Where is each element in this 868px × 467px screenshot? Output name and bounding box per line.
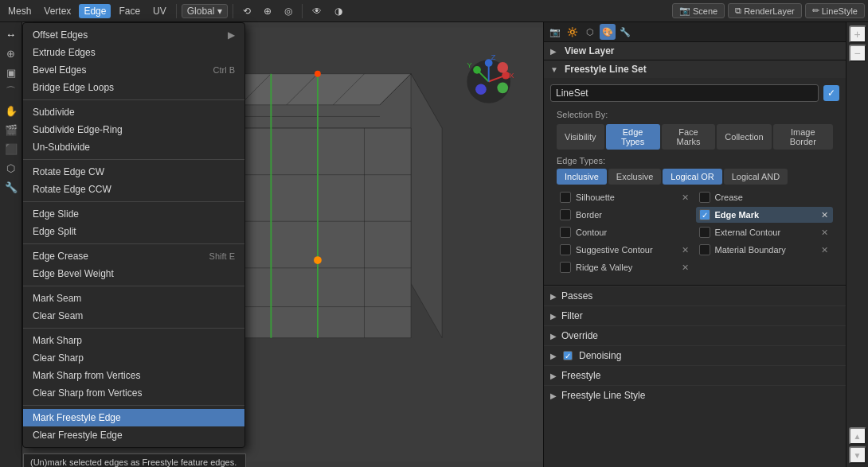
menu-item-bevel-edges[interactable]: Bevel Edges Ctrl B (23, 61, 244, 79)
freestyle-section[interactable]: ▶ Freestyle (544, 365, 846, 385)
tab-uv[interactable]: UV (148, 4, 171, 18)
freestyle-line-style-label: Freestyle Line Style (561, 390, 645, 401)
mode-exclusive[interactable]: Exclusive (608, 169, 661, 185)
ridge-valley-x-btn[interactable]: ✕ (680, 262, 691, 273)
lasso-icon[interactable]: ⌒ (2, 83, 20, 100)
menu-item-mark-sharp-from-vertices[interactable]: Mark Sharp from Vertices (23, 367, 244, 384)
lineset-toggle-btn[interactable]: ✓ (823, 85, 839, 101)
material-boundary-checkbox[interactable] (699, 244, 710, 255)
menu-item-bridge-edge-loops[interactable]: Bridge Edge Loops (23, 79, 244, 96)
menu-item-edge-crease[interactable]: Edge Crease Shift E (23, 247, 244, 265)
view-layer-header[interactable]: ▶ View Layer (544, 42, 846, 60)
snap-icon[interactable]: ⊕ (259, 4, 276, 18)
freestyle-line-set-section: ▼ Freestyle Line Set ✓ Selection By: Vis… (544, 60, 846, 286)
mode-logical-or[interactable]: Logical OR (663, 169, 721, 185)
silhouette-checkbox[interactable] (560, 192, 571, 203)
pen-icon: ✏ (812, 6, 819, 16)
external-contour-x-btn[interactable]: ✕ (819, 227, 830, 238)
suggestive-contour-checkbox[interactable] (560, 244, 571, 255)
scene-button[interactable]: 📷 Scene (672, 3, 725, 18)
tab-mesh[interactable]: Mesh (3, 4, 36, 18)
menu-item-edge-bevel-weight[interactable]: Edge Bevel Weight (23, 265, 244, 282)
panel-scroll-area[interactable]: ▶ View Layer ▼ Freestyle Line Set ✓ Sele… (544, 42, 846, 467)
material-boundary-x-btn[interactable]: ✕ (819, 244, 830, 255)
silhouette-label: Silhouette (576, 193, 615, 202)
freestyle-line-style-section[interactable]: ▶ Freestyle Line Style (544, 385, 846, 405)
edge-mark-checkbox[interactable] (699, 209, 710, 220)
tab-vertex[interactable]: Vertex (39, 4, 76, 18)
scroll-down-icon[interactable]: ▼ (849, 446, 866, 464)
freestyle-icon[interactable]: ⬡ (2, 159, 20, 177)
border-checkbox[interactable] (560, 209, 571, 220)
menu-item-offset-edges[interactable]: Offset Edges ▶ (23, 26, 244, 44)
line-style-button[interactable]: ✏ LineStyle (805, 3, 865, 18)
crease-label: Crease (715, 193, 743, 202)
menu-item-clear-seam[interactable]: Clear Seam (23, 307, 244, 325)
silhouette-x-btn[interactable]: ✕ (680, 192, 691, 203)
render-icon[interactable]: ⬛ (2, 140, 20, 158)
edge-item-ridge-valley: Ridge & Valley ✕ (557, 259, 694, 275)
edge-mark-x-btn[interactable]: ✕ (819, 209, 830, 220)
tab-edge-types[interactable]: Edge Types (606, 124, 660, 150)
menu-item-clear-sharp[interactable]: Clear Sharp (23, 349, 244, 367)
menu-item-rotate-cw[interactable]: Rotate Edge CW (23, 163, 244, 181)
tab-image-border[interactable]: Image Border (773, 124, 833, 150)
menu-item-subdivide-edge-ring[interactable]: Subdivide Edge-Ring (23, 121, 244, 138)
menu-item-edge-slide[interactable]: Edge Slide (23, 205, 244, 223)
arrow-icon: ▶ (550, 332, 557, 341)
ridge-valley-checkbox[interactable] (560, 262, 571, 273)
proportional-icon[interactable]: ◎ (280, 4, 297, 18)
external-contour-checkbox[interactable] (699, 227, 710, 238)
transform-icon[interactable]: ⟲ (238, 4, 256, 18)
separator-2 (233, 4, 233, 18)
props-icon-5[interactable]: 🔧 (617, 24, 633, 40)
grab-icon[interactable]: ✋ (2, 102, 20, 119)
layers-icon: ⧉ (735, 6, 741, 16)
tab-edge[interactable]: Edge (79, 4, 111, 18)
menu-item-mark-seam[interactable]: Mark Seam (23, 290, 244, 307)
menu-item-extrude-edges[interactable]: Extrude Edges (23, 44, 244, 61)
minus-icon[interactable]: − (849, 45, 866, 62)
suggestive-contour-x-btn[interactable]: ✕ (680, 244, 691, 255)
menu-item-clear-freestyle-edge[interactable]: Clear Freestyle Edge (23, 426, 244, 444)
modifier-icon[interactable]: 🔧 (2, 178, 20, 196)
menu-item-un-subdivide[interactable]: Un-Subdivide (23, 138, 244, 156)
tab-collection[interactable]: Collection (717, 124, 771, 150)
freestyle-header[interactable]: ▼ Freestyle Line Set (544, 60, 846, 78)
props-icon-2[interactable]: 🔆 (565, 24, 581, 40)
menu-item-edge-split[interactable]: Edge Split (23, 223, 244, 240)
filter-section[interactable]: ▶ Filter (544, 305, 846, 325)
cursor-icon[interactable]: ⊕ (2, 45, 20, 62)
lineset-name-input[interactable] (550, 84, 819, 102)
overlay-icon[interactable]: ◑ (330, 4, 347, 18)
scroll-up-icon[interactable]: ▲ (849, 427, 866, 445)
contour-label: Contour (576, 228, 607, 237)
camera-view-icon[interactable]: 🎬 (2, 121, 20, 138)
passes-section[interactable]: ▶ Passes (544, 286, 846, 305)
mode-dropdown[interactable]: Global ▾ (182, 4, 229, 18)
view-icon[interactable]: 👁 (307, 4, 326, 18)
plus-icon[interactable]: + (849, 25, 866, 43)
mode-inclusive[interactable]: Inclusive (557, 169, 607, 185)
tab-face[interactable]: Face (114, 4, 145, 18)
menu-item-mark-sharp[interactable]: Mark Sharp (23, 332, 244, 349)
crease-checkbox[interactable] (699, 192, 710, 203)
contour-checkbox[interactable] (560, 227, 571, 238)
menu-item-rotate-ccw[interactable]: Rotate Edge CCW (23, 181, 244, 198)
override-section[interactable]: ▶ Override (544, 325, 846, 345)
props-icon-1[interactable]: 📷 (547, 24, 563, 40)
separator (23, 99, 244, 100)
tab-visibility[interactable]: Visibility (557, 124, 604, 150)
menu-item-mark-freestyle-edge[interactable]: Mark Freestyle Edge (23, 409, 244, 426)
denoising-section[interactable]: ▶ Denoising (544, 345, 846, 365)
props-icon-4[interactable]: 🎨 (600, 24, 616, 40)
move-icon[interactable]: ↔ (2, 25, 20, 43)
props-icon-3[interactable]: ⬡ (582, 24, 598, 40)
tab-face-marks[interactable]: Face Marks (662, 124, 716, 150)
denoising-checkbox[interactable] (563, 351, 573, 360)
render-layer-button[interactable]: ⧉ RenderLayer (728, 3, 802, 18)
menu-item-clear-sharp-from-vertices[interactable]: Clear Sharp from Vertices (23, 384, 244, 402)
menu-item-subdivide[interactable]: Subdivide (23, 103, 244, 121)
select-icon[interactable]: ▣ (2, 64, 20, 81)
mode-logical-and[interactable]: Logical AND (724, 169, 788, 185)
